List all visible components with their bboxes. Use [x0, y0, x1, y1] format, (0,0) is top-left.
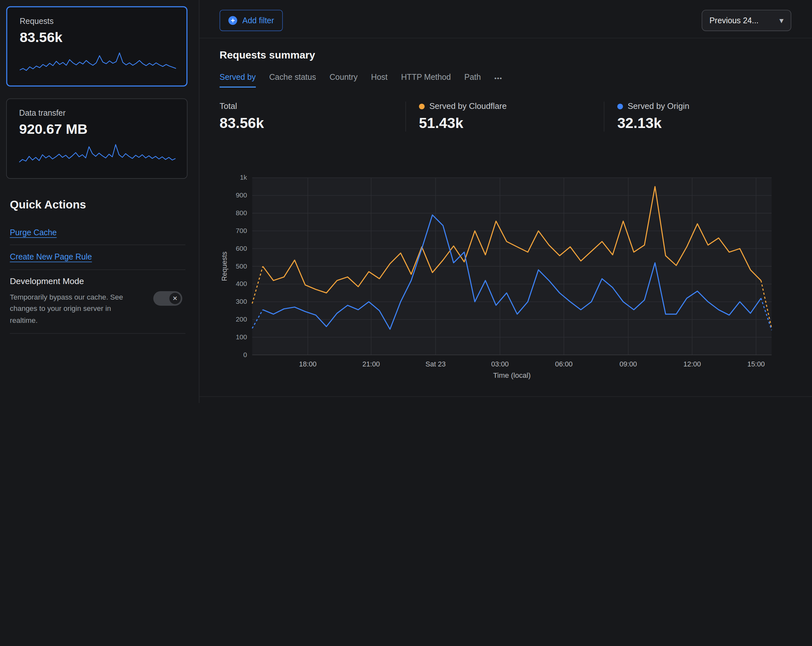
- time-range-value: Previous 24...: [710, 16, 759, 25]
- svg-text:21:00: 21:00: [362, 360, 380, 368]
- purge-cache-link[interactable]: Purge Cache: [10, 228, 56, 237]
- dev-mode-title: Development Mode: [10, 276, 185, 286]
- svg-text:600: 600: [236, 245, 247, 252]
- development-mode-section: Development Mode Temporarily bypass our …: [10, 276, 185, 326]
- divider: [10, 333, 185, 334]
- svg-text:06:00: 06:00: [555, 360, 573, 368]
- svg-text:900: 900: [236, 191, 247, 199]
- divider: [199, 38, 812, 38]
- stat-served-by-origin: Served by Origin 32.13k: [604, 101, 802, 132]
- requests-sparkline-chart: [20, 51, 176, 72]
- svg-text:18:00: 18:00: [299, 360, 316, 368]
- stat-total: Total 83.56k: [220, 101, 406, 132]
- svg-text:1k: 1k: [240, 174, 247, 181]
- sidebar: Requests 83.56k Data transfer 920.67 MB …: [0, 0, 199, 403]
- requests-line-chart: 01002003004005006007008009001k18:0021:00…: [220, 174, 791, 381]
- svg-text:Sat 23: Sat 23: [425, 360, 446, 368]
- tabs-more-ellipsis-icon[interactable]: •••: [494, 72, 502, 86]
- stat-label: Total: [220, 101, 237, 111]
- tab-host[interactable]: Host: [371, 72, 388, 86]
- svg-text:200: 200: [236, 315, 247, 323]
- svg-text:700: 700: [236, 227, 247, 234]
- svg-text:03:00: 03:00: [491, 360, 509, 368]
- create-page-rule-link[interactable]: Create New Page Rule: [10, 253, 92, 262]
- svg-text:300: 300: [236, 298, 247, 305]
- requests-metric-card[interactable]: Requests 83.56k: [6, 6, 187, 87]
- tab-country[interactable]: Country: [330, 72, 357, 86]
- requests-summary-tabs: Served by Cache status Country Host HTTP…: [220, 72, 502, 87]
- requests-summary-stats: Total 83.56k Served by Cloudflare 51.43k…: [220, 101, 802, 132]
- cloudflare-analytics-dashboard: Requests 83.56k Data transfer 920.67 MB …: [0, 0, 812, 403]
- svg-text:500: 500: [236, 262, 247, 270]
- dev-mode-description: Temporarily bypass our cache. See change…: [10, 291, 135, 326]
- tab-served-by[interactable]: Served by: [220, 72, 256, 87]
- dev-mode-toggle[interactable]: [153, 291, 183, 306]
- divider: [10, 245, 185, 245]
- stat-served-by-cloudflare: Served by Cloudflare 51.43k: [405, 101, 604, 132]
- svg-text:12:00: 12:00: [684, 360, 701, 368]
- requests-card-label: Requests: [20, 17, 174, 26]
- tab-path[interactable]: Path: [464, 72, 481, 86]
- stat-value: 51.43k: [419, 115, 604, 132]
- origin-legend-dot: [617, 103, 623, 109]
- cloudflare-legend-dot: [419, 103, 425, 109]
- requests-summary-title: Requests summary: [220, 49, 315, 61]
- data-transfer-card-label: Data transfer: [19, 108, 174, 118]
- chevron-down-icon: [779, 15, 784, 25]
- svg-text:15:00: 15:00: [747, 360, 765, 368]
- add-filter-label: Add filter: [242, 16, 274, 25]
- stat-label: Served by Cloudflare: [429, 101, 507, 111]
- svg-text:Requests: Requests: [220, 251, 228, 281]
- divider: [199, 396, 812, 397]
- svg-text:Time (local): Time (local): [493, 371, 531, 380]
- time-range-dropdown[interactable]: Previous 24...: [702, 10, 791, 31]
- data-transfer-metric-card[interactable]: Data transfer 920.67 MB: [6, 99, 187, 179]
- tab-cache-status[interactable]: Cache status: [269, 72, 316, 86]
- stat-label: Served by Origin: [627, 101, 689, 111]
- toggle-off-x-icon: [169, 293, 180, 304]
- svg-text:09:00: 09:00: [620, 360, 637, 368]
- svg-text:0: 0: [243, 351, 247, 358]
- data-transfer-card-value: 920.67 MB: [19, 121, 174, 137]
- plus-circle-icon: [228, 16, 237, 25]
- divider: [10, 269, 185, 270]
- tab-http-method[interactable]: HTTP Method: [401, 72, 451, 86]
- data-transfer-sparkline-chart: [19, 142, 176, 164]
- stat-value: 83.56k: [220, 115, 406, 132]
- add-filter-button[interactable]: Add filter: [220, 10, 283, 31]
- svg-text:100: 100: [236, 333, 247, 341]
- requests-card-value: 83.56k: [20, 29, 174, 46]
- quick-actions-title: Quick Actions: [10, 198, 86, 211]
- svg-text:800: 800: [236, 209, 247, 216]
- stat-value: 32.13k: [617, 115, 802, 132]
- svg-text:400: 400: [236, 280, 247, 287]
